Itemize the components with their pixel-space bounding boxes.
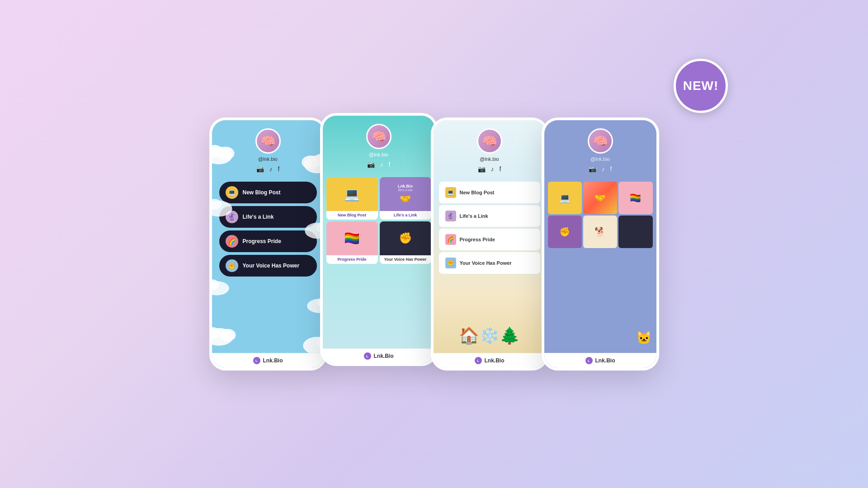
phone-4-header: 🧠 @lnk.bio 📷 ♪ f: [544, 120, 656, 182]
phone-2-social: 📷 ♪ f: [367, 161, 391, 168]
phone-1-links: 💻 New Blog Post 🔮 Life's a Link 🌈 Progre…: [212, 182, 324, 277]
instagram-icon-3[interactable]: 📷: [478, 165, 486, 173]
lnkbio-logo-3: L: [475, 357, 482, 364]
footer-brand-3: Lnk.Bio: [485, 357, 505, 364]
instagram-icon-2[interactable]: 📷: [367, 161, 375, 168]
grid-pride-img: 🏳️‍🌈: [326, 221, 378, 255]
phone-1-username: @lnk.bio: [258, 156, 278, 162]
phone-2-avatar: 🧠: [366, 124, 392, 149]
phone-1-header: 🧠 @lnk.bio 📷 ♪ f: [212, 120, 324, 182]
phone-4-social: 📷 ♪ f: [589, 165, 612, 173]
svg-point-7: [212, 328, 233, 346]
mosaic-item-rainbow[interactable]: 🏳️‍🌈: [618, 182, 652, 214]
grid-blog-img: 💻: [326, 177, 378, 211]
phone-3: 🧠 @lnk.bio 📷 ♪ f 💻 New Blog Post 🔮 Life'…: [431, 117, 548, 371]
mosaic-item-dark[interactable]: [618, 216, 652, 248]
facebook-icon-4[interactable]: f: [610, 165, 612, 173]
mosaic-item-hands[interactable]: 🤝: [583, 182, 617, 214]
instagram-icon-4[interactable]: 📷: [589, 165, 596, 173]
facebook-icon[interactable]: f: [278, 165, 280, 173]
svg-point-9: [220, 329, 236, 341]
instagram-icon[interactable]: 📷: [256, 165, 264, 173]
grid-voice-img: ✊: [380, 221, 431, 255]
phone-1-social: 📷 ♪ f: [256, 165, 280, 173]
life-icon: 🔮: [226, 211, 238, 223]
list-item-pride[interactable]: 🌈 Progress Pride: [439, 229, 540, 250]
phone-3-header: 🧠 @lnk.bio 📷 ♪ f: [434, 120, 546, 182]
phone-1-avatar: 🧠: [255, 128, 281, 154]
phone-2-footer: L Lnk.Bio: [323, 348, 435, 363]
svg-point-5: [212, 281, 229, 295]
tiktok-icon[interactable]: ♪: [269, 165, 273, 173]
link-btn-voice[interactable]: ✊ Your Voice Has Power: [219, 255, 317, 277]
phone-4: 🧠 @lnk.bio 📷 ♪ f 💻 🤝 🏳️‍🌈 ✊ 🐕 🐱: [542, 117, 659, 371]
phones-showcase: 🧠 @lnk.bio 📷 ♪ f 💻 New Blog Post 🔮 Life'…: [209, 117, 659, 371]
svg-point-8: [212, 327, 220, 339]
link-btn-blog[interactable]: 💻 New Blog Post: [219, 182, 317, 203]
facebook-icon-3[interactable]: f: [500, 165, 501, 173]
phone-3-footer: L Lnk.Bio: [434, 353, 546, 368]
lnkbio-logo-2: L: [364, 352, 371, 360]
phone-1: 🧠 @lnk.bio 📷 ♪ f 💻 New Blog Post 🔮 Life'…: [209, 117, 327, 371]
phone-4-mosaic: 💻 🤝 🏳️‍🌈 ✊ 🐕: [544, 182, 656, 248]
list-item-life[interactable]: 🔮 Life's a Link: [439, 205, 540, 227]
phone-1-footer: L Lnk.Bio: [212, 353, 324, 368]
footer-brand-2: Lnk.Bio: [374, 353, 394, 359]
phone-3-avatar: 🧠: [477, 128, 502, 154]
winter-scene: 🏠❄️🌲: [434, 309, 546, 345]
facebook-icon-2[interactable]: f: [389, 161, 391, 168]
phone-3-username: @lnk.bio: [480, 156, 499, 162]
list-thumb-life: 🔮: [445, 211, 456, 221]
phone-2: 🧠 @lnk.bio 📷 ♪ f 💻 New Blog Post: [320, 113, 438, 366]
list-item-voice[interactable]: ✊ Your Voice Has Power: [439, 252, 540, 274]
phone-4-username: @lnk.bio: [590, 156, 610, 162]
tiktok-icon-4[interactable]: ♪: [602, 165, 605, 173]
footer-brand-4: Lnk.Bio: [595, 357, 615, 364]
phone-4-footer: L Lnk.Bio: [544, 353, 656, 368]
phone-4-avatar: 🧠: [588, 128, 613, 154]
mosaic-item-dog[interactable]: 🐕: [583, 216, 617, 248]
grid-item-life[interactable]: Lnk.Bio life's a link 🤝 Life's a Link: [380, 177, 431, 220]
lnkbio-card: Lnk.Bio life's a link 🤝: [380, 177, 431, 211]
grid-life-img: Lnk.Bio life's a link 🤝: [380, 177, 431, 211]
cat-decoration: 🐱: [636, 330, 652, 345]
phone-2-grid: 💻 New Blog Post Lnk.Bio life's a link 🤝 …: [323, 177, 435, 264]
list-thumb-blog: 💻: [445, 187, 456, 198]
grid-item-voice[interactable]: ✊ Your Voice Has Power: [380, 221, 431, 264]
lnkbio-logo-1: L: [253, 357, 260, 364]
grid-blog-label: New Blog Post: [326, 211, 378, 220]
footer-brand-1: Lnk.Bio: [263, 357, 283, 364]
grid-pride-label: Progress Pride: [326, 255, 378, 264]
grid-voice-label: Your Voice Has Power: [380, 255, 431, 264]
tiktok-icon-2[interactable]: ♪: [380, 161, 383, 168]
phone-3-social: 📷 ♪ f: [478, 165, 501, 173]
list-thumb-voice: ✊: [445, 258, 456, 268]
tiktok-icon-3[interactable]: ♪: [491, 165, 494, 173]
grid-item-pride[interactable]: 🏳️‍🌈 Progress Pride: [326, 221, 378, 264]
grid-item-blog[interactable]: 💻 New Blog Post: [326, 177, 378, 220]
phone-2-header: 🧠 @lnk.bio 📷 ♪ f: [323, 116, 435, 177]
new-badge-text: NEW!: [683, 79, 719, 93]
list-item-blog[interactable]: 💻 New Blog Post: [439, 182, 540, 203]
grid-life-label: Life's a Link: [380, 211, 431, 220]
phone-3-list: 💻 New Blog Post 🔮 Life's a Link 🌈 Progre…: [434, 182, 546, 274]
phone-2-username: @lnk.bio: [369, 152, 388, 157]
svg-point-6: [212, 279, 219, 290]
new-badge: NEW!: [674, 59, 728, 113]
link-btn-life[interactable]: 🔮 Life's a Link: [219, 206, 317, 228]
blog-icon: 💻: [226, 186, 238, 199]
mosaic-item-voice[interactable]: ✊: [548, 216, 582, 248]
list-thumb-pride: 🌈: [445, 234, 456, 245]
link-btn-pride[interactable]: 🌈 Progress Pride: [219, 230, 317, 252]
voice-icon: ✊: [226, 259, 238, 272]
lnkbio-logo-4: L: [585, 357, 593, 364]
mosaic-item-blog[interactable]: 💻: [548, 182, 582, 214]
pride-icon: 🌈: [226, 235, 238, 248]
